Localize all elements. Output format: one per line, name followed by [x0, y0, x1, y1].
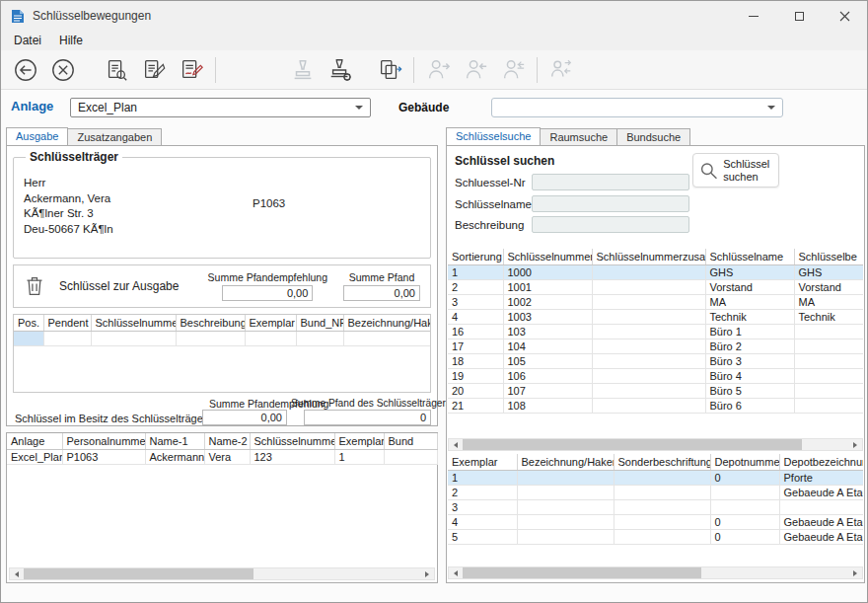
stamp-settings-button[interactable]	[322, 53, 359, 87]
document-sign-button[interactable]	[173, 53, 210, 87]
horizontal-scrollbar[interactable]	[448, 438, 863, 451]
column-header[interactable]: Pos.	[14, 315, 43, 332]
tab-schluesselsuche[interactable]: Schlüsselsuche	[446, 127, 541, 146]
document-edit-button[interactable]	[135, 53, 173, 87]
person-group-icon	[548, 57, 574, 83]
scrollbar-thumb[interactable]	[463, 567, 701, 578]
table-row[interactable]: 50Gebaeude A Etage	[448, 530, 863, 545]
person-out-button[interactable]	[419, 53, 457, 87]
scrollbar-track[interactable]	[24, 568, 420, 579]
column-header[interactable]: Depotnummer	[710, 454, 779, 471]
person-in-button[interactable]	[457, 53, 494, 87]
column-header[interactable]: Bezeichnung/Haken	[517, 454, 614, 471]
document-search-button[interactable]	[98, 53, 135, 87]
table-row[interactable]: 31002MAMA	[448, 295, 863, 310]
person-return-button[interactable]	[494, 53, 532, 87]
table-cell: 18	[448, 354, 503, 369]
cancel-button[interactable]	[44, 53, 82, 87]
search-keys-button[interactable]: Schlüssel suchen	[692, 153, 779, 188]
column-header[interactable]: Beschreibung	[176, 315, 245, 332]
issue-sums: Summe Pfandempfehlung 0,00 Summe Pfand 0…	[208, 271, 422, 301]
table-cell: Pforte	[779, 471, 863, 486]
table-cell: Vorstand	[794, 280, 863, 295]
scroll-left-button[interactable]	[449, 567, 463, 578]
scroll-right-button[interactable]	[848, 567, 862, 578]
tab-zusatzangaben[interactable]: Zusatzangaben	[67, 128, 162, 146]
tab-bundsuche[interactable]: Bundsuche	[616, 128, 690, 146]
table-row[interactable]: 19106Büro 4	[448, 369, 863, 384]
column-header[interactable]: Depotbezeichnung	[779, 454, 863, 471]
table-cell: Vera	[204, 450, 250, 465]
delete-button[interactable]	[22, 273, 47, 299]
anlage-select[interactable]: Excel_Plan	[70, 98, 371, 117]
column-header[interactable]: Schlüsselnummerzusatz	[592, 249, 705, 265]
table-row[interactable]: Excel_PlanP1063AckermannVera1231	[7, 450, 437, 465]
back-button[interactable]	[7, 53, 44, 87]
column-header[interactable]: Schlüsselbe	[794, 249, 863, 265]
scroll-right-button[interactable]	[420, 568, 434, 579]
tab-raumsuche[interactable]: Raumsuche	[540, 128, 617, 146]
table-row[interactable]: 17104Büro 2	[448, 339, 863, 354]
document-edit-icon	[141, 57, 167, 83]
keys-table-box: SortierungSchlüsselnummerSchlüsselnummer…	[448, 249, 863, 436]
stamp-button[interactable]	[284, 53, 322, 87]
scroll-right-button[interactable]	[848, 439, 862, 450]
table-row[interactable]: 41003TechnikTechnik	[448, 310, 863, 325]
column-header[interactable]: Schlüsselnummer	[250, 433, 334, 450]
table-row[interactable]: 3	[448, 500, 863, 515]
table-cell: Büro 6	[705, 399, 794, 414]
column-header[interactable]: Schlüsselnummer	[503, 249, 592, 265]
column-header[interactable]: Bund_NR	[296, 315, 343, 332]
column-header[interactable]: Schlüsselnummer	[91, 315, 176, 332]
minimize-button[interactable]	[731, 1, 776, 31]
column-header[interactable]: Personalnummer	[62, 433, 145, 450]
column-header[interactable]: Name-2	[204, 433, 250, 450]
anlage-value: Excel_Plan	[78, 101, 137, 114]
table-row[interactable]: 18105Büro 3	[448, 354, 863, 369]
table-row[interactable]: 11000GHSGHS	[448, 265, 863, 280]
table-row[interactable]: 40Gebaeude A Etage	[448, 515, 863, 530]
column-header[interactable]: Name-1	[145, 433, 204, 450]
table-row[interactable]: 2Gebaeude A Etage	[448, 486, 863, 500]
column-header[interactable]: Pendent	[43, 315, 91, 332]
column-header[interactable]: Bezeichnung/Haken	[343, 315, 430, 332]
column-header[interactable]: Exemplar	[448, 454, 517, 471]
scroll-left-button[interactable]	[10, 568, 24, 579]
close-button[interactable]	[822, 1, 867, 31]
column-header[interactable]: Exemplar	[334, 433, 384, 450]
scrollbar-track[interactable]	[463, 567, 848, 578]
table-row[interactable]: 16103Büro 1	[448, 325, 863, 339]
column-header[interactable]: Anlage	[7, 433, 62, 450]
table-cell	[517, 515, 614, 530]
scrollbar-thumb[interactable]	[24, 568, 253, 579]
maximize-button[interactable]	[776, 1, 822, 31]
menu-datei[interactable]: Datei	[5, 32, 50, 49]
tab-ausgabe[interactable]: Ausgabe	[6, 127, 68, 146]
scroll-left-button[interactable]	[449, 439, 463, 450]
table-cell	[592, 339, 705, 354]
column-header[interactable]: Schlüsselname	[705, 249, 794, 265]
table-row[interactable]: 20107Büro 5	[448, 384, 863, 399]
column-header[interactable]: Bund	[384, 433, 437, 450]
horizontal-scrollbar[interactable]	[9, 567, 435, 580]
table-row[interactable]	[14, 332, 430, 346]
scrollbar-track[interactable]	[463, 439, 848, 450]
description-input[interactable]	[532, 216, 689, 233]
table-row[interactable]: 21108Büro 6	[448, 399, 863, 414]
table-row[interactable]: 21001VorstandVorstand	[448, 280, 863, 295]
key-no-input[interactable]	[532, 174, 689, 190]
scrollbar-thumb[interactable]	[463, 439, 802, 450]
column-header[interactable]: Sonderbeschriftung	[614, 454, 710, 471]
horizontal-scrollbar[interactable]	[448, 566, 863, 579]
gebaeude-select[interactable]	[491, 98, 783, 117]
copy-button[interactable]	[371, 53, 408, 87]
table-cell	[710, 486, 779, 500]
column-header[interactable]: Exemplar	[245, 315, 296, 332]
owned-keys-table: AnlagePersonalnummerName-1Name-2Schlüsse…	[7, 433, 438, 465]
sum-deposit-label: Summe Pfand	[349, 271, 415, 283]
table-row[interactable]: 10Pforte	[448, 471, 863, 486]
menu-hilfe[interactable]: Hilfe	[50, 32, 92, 49]
key-name-input[interactable]	[532, 195, 689, 212]
column-header[interactable]: Sortierung	[448, 249, 503, 265]
person-group-button[interactable]	[542, 53, 580, 87]
